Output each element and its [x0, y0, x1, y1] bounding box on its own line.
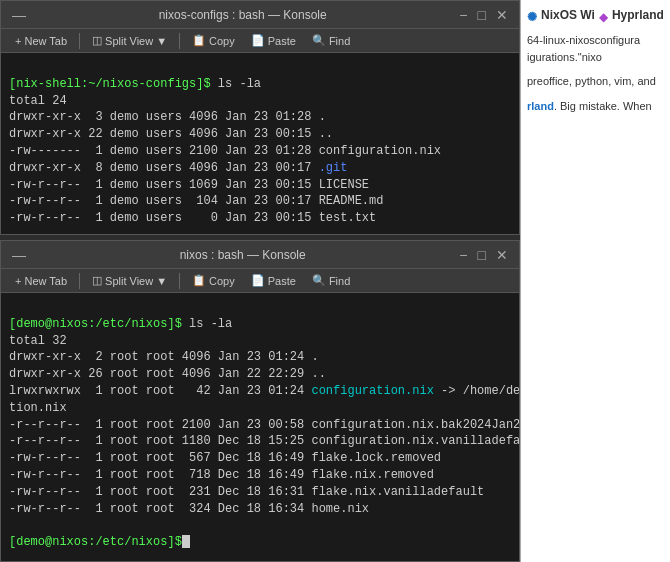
splitview-icon: ◫: [92, 274, 102, 287]
bottom-titlebar-left-controls: —: [9, 247, 29, 263]
right-app-title1: NixOS Wi: [541, 8, 595, 22]
top-titlebar-right-controls: − □ ✕: [456, 7, 511, 23]
chevron-down-icon: ▼: [156, 275, 167, 287]
plus-icon: +: [15, 275, 21, 287]
right-text-2: igurations."nixo: [527, 49, 664, 66]
bottom-dash-btn[interactable]: —: [9, 247, 29, 263]
chevron-down-icon: ▼: [156, 35, 167, 47]
bottom-find-btn[interactable]: 🔍 Find: [306, 272, 356, 289]
bottom-window-title: nixos : bash — Konsole: [29, 248, 456, 262]
bottom-x-btn[interactable]: ✕: [493, 247, 511, 263]
top-titlebar-left-controls: —: [9, 7, 29, 23]
top-prompt-1: [nix-shell:~/nixos-configs]$: [9, 77, 211, 91]
bottom-prompt-1: [demo@nixos:/etc/nixos]$: [9, 317, 182, 331]
top-splitview-btn[interactable]: ◫ Split View ▼: [86, 32, 173, 49]
nixos-icon: ✺: [527, 10, 537, 24]
bottom-toolbar: + New Tab ◫ Split View ▼ 📋 Copy 📄 Paste …: [1, 269, 519, 293]
top-terminal-body[interactable]: [nix-shell:~/nixos-configs]$ ls -la tota…: [1, 53, 519, 234]
paste-icon: 📄: [251, 274, 265, 287]
bottom-cursor: [182, 535, 190, 548]
bottom-titlebar-right-controls: − □ ✕: [456, 247, 511, 263]
top-close-btn[interactable]: —: [9, 7, 29, 23]
bottom-maximize-btn[interactable]: □: [475, 247, 489, 263]
top-toolbar-sep1: [79, 33, 80, 49]
right-text-1: 64-linux-nixosconfigura: [527, 32, 664, 49]
bottom-minimize-btn[interactable]: −: [456, 247, 470, 263]
bottom-paste-btn[interactable]: 📄 Paste: [245, 272, 302, 289]
top-window-title: nixos-configs : bash — Konsole: [29, 8, 456, 22]
top-terminal-window: — nixos-configs : bash — Konsole − □ ✕ +…: [0, 0, 520, 235]
paste-icon: 📄: [251, 34, 265, 47]
top-find-btn[interactable]: 🔍 Find: [306, 32, 356, 49]
right-panel: ✺ NixOS Wi ◆ Hyprland 64-linux-nixosconf…: [520, 0, 670, 562]
find-icon: 🔍: [312, 34, 326, 47]
right-text-4: rland. Big mistake. When: [527, 98, 664, 115]
bottom-terminal-window: — nixos : bash — Konsole − □ ✕ + New Tab…: [0, 240, 520, 562]
top-titlebar: — nixos-configs : bash — Konsole − □ ✕: [1, 1, 519, 29]
right-panel-header: ✺ NixOS Wi ◆ Hyprland: [527, 8, 664, 26]
right-app-title2: Hyprland: [612, 8, 664, 22]
terminal-stack: — nixos-configs : bash — Konsole − □ ✕ +…: [0, 0, 520, 562]
top-copy-btn[interactable]: 📋 Copy: [186, 32, 241, 49]
bottom-splitview-btn[interactable]: ◫ Split View ▼: [86, 272, 173, 289]
bottom-titlebar: — nixos : bash — Konsole − □ ✕: [1, 241, 519, 269]
splitview-icon: ◫: [92, 34, 102, 47]
top-toolbar-sep2: [179, 33, 180, 49]
bottom-prompt-2: [demo@nixos:/etc/nixos]$: [9, 535, 182, 549]
top-toolbar: + New Tab ◫ Split View ▼ 📋 Copy 📄 Paste …: [1, 29, 519, 53]
plus-icon: +: [15, 35, 21, 47]
top-x-btn[interactable]: ✕: [493, 7, 511, 23]
top-paste-btn[interactable]: 📄 Paste: [245, 32, 302, 49]
bottom-toolbar-sep1: [79, 273, 80, 289]
hyprland-icon: ◆: [599, 10, 608, 24]
find-icon: 🔍: [312, 274, 326, 287]
right-text-3: preoffice, python, vim, and: [527, 73, 664, 90]
copy-icon: 📋: [192, 34, 206, 47]
top-minimize-btn[interactable]: −: [456, 7, 470, 23]
top-newtab-btn[interactable]: + New Tab: [9, 33, 73, 49]
top-maximize-btn[interactable]: □: [475, 7, 489, 23]
bottom-toolbar-sep2: [179, 273, 180, 289]
bottom-newtab-btn[interactable]: + New Tab: [9, 273, 73, 289]
bottom-copy-btn[interactable]: 📋 Copy: [186, 272, 241, 289]
copy-icon: 📋: [192, 274, 206, 287]
bottom-terminal-body[interactable]: [demo@nixos:/etc/nixos]$ ls -la total 32…: [1, 293, 519, 561]
